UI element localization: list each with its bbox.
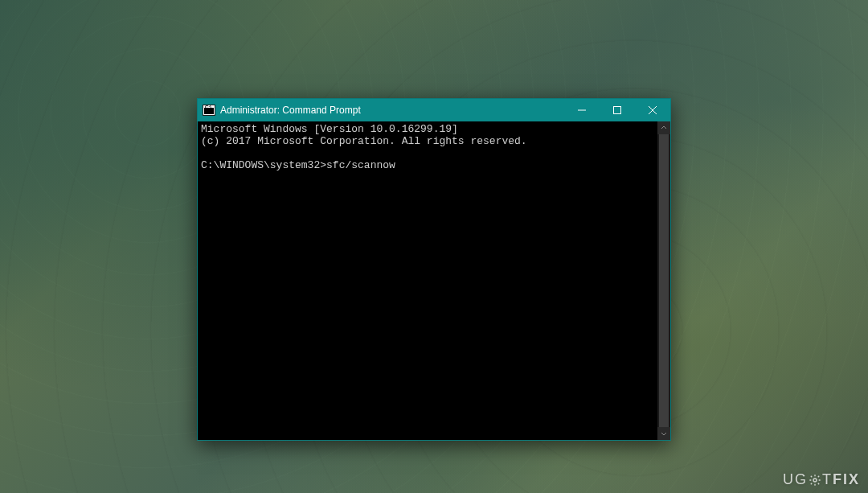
terminal-area: Microsoft Windows [Version 10.0.16299.19… (198, 121, 670, 440)
close-icon (649, 106, 657, 114)
scroll-track[interactable] (657, 134, 670, 427)
watermark-text: UG (783, 471, 808, 488)
terminal-output[interactable]: Microsoft Windows [Version 10.0.16299.19… (198, 121, 657, 440)
window-title: Administrator: Command Prompt (220, 105, 564, 116)
prompt-text: C:\WINDOWS\system32> (201, 159, 326, 171)
scroll-up-arrow[interactable] (657, 121, 670, 134)
scroll-down-arrow[interactable] (657, 427, 670, 440)
scroll-thumb[interactable] (659, 134, 669, 427)
scrollbar[interactable] (657, 121, 670, 440)
output-line: (c) 2017 Microsoft Corporation. All righ… (201, 135, 527, 147)
watermark: UGTFIX (783, 471, 860, 488)
chevron-down-icon (661, 430, 667, 437)
maximize-button[interactable] (600, 99, 635, 121)
gear-icon (809, 474, 821, 487)
cmd-icon: C:\ (203, 105, 215, 116)
command-text: sfc/scannow (326, 159, 395, 171)
watermark-text: T (822, 471, 833, 488)
maximize-icon (613, 106, 621, 114)
svg-point-4 (813, 479, 817, 482)
close-button[interactable] (635, 99, 670, 121)
output-line: Microsoft Windows [Version 10.0.16299.19… (201, 123, 458, 135)
window-controls (564, 99, 670, 121)
minimize-icon (578, 106, 586, 114)
svg-rect-1 (614, 107, 621, 114)
chevron-up-icon (661, 125, 667, 131)
minimize-button[interactable] (564, 99, 600, 121)
command-prompt-window: C:\ Administrator: Command Prompt Micros… (197, 98, 671, 441)
titlebar[interactable]: C:\ Administrator: Command Prompt (198, 99, 670, 121)
watermark-text: FIX (833, 471, 860, 488)
